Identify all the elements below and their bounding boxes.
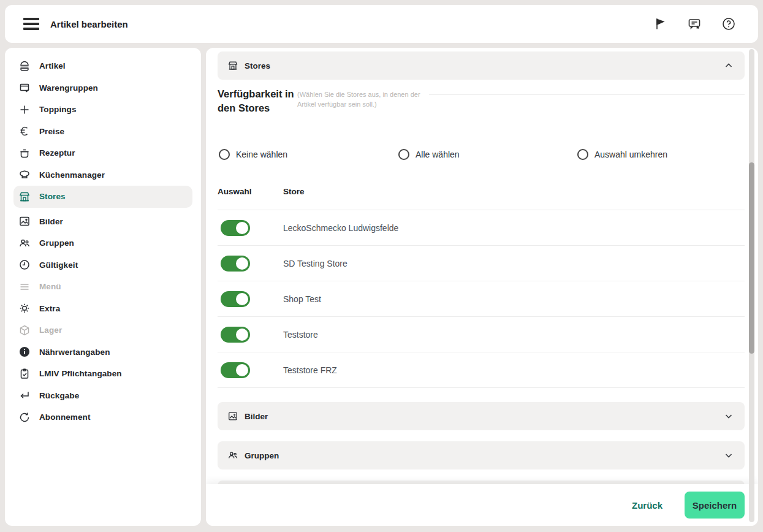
sidebar-item-preise[interactable]: Preise: [13, 121, 192, 143]
toggle-knob: [236, 293, 248, 305]
page-title: Artikel bearbeiten: [50, 19, 128, 29]
people-icon: [18, 237, 31, 249]
availability-hint: (Wählen Sie die Stores aus, in denen der…: [297, 89, 433, 109]
store-toggle[interactable]: [221, 327, 250, 343]
sidebar-item-lmiv-pflichtangaben[interactable]: LMIV Pflichtangaben: [13, 363, 192, 385]
image-icon: [18, 215, 31, 227]
section-header-gruppen[interactable]: Gruppen: [218, 441, 745, 469]
chevron-down-icon: [724, 450, 734, 460]
sidebar-item-lager: Lager: [13, 319, 192, 341]
refresh-icon: [18, 411, 31, 424]
storefront-icon: [227, 60, 238, 71]
sidebar-item-nährwertangaben[interactable]: Nährwertangaben: [13, 341, 192, 363]
radio-auswahl-umkehren[interactable]: [577, 149, 588, 160]
table-row: SD Testing Store: [218, 246, 745, 281]
people-icon: [227, 450, 238, 461]
toggle-knob: [236, 222, 248, 234]
save-button[interactable]: Speichern: [685, 492, 745, 519]
form-footer: Zurück Speichern: [206, 484, 758, 526]
table-row: Teststore FRZ: [218, 352, 745, 388]
sidebar-item-artikel[interactable]: Artikel: [13, 55, 192, 77]
topbar-actions: [653, 5, 736, 43]
store-toggle[interactable]: [221, 291, 250, 307]
store-name: Teststore FRZ: [283, 365, 337, 375]
chevron-up-icon: [724, 61, 734, 70]
store-toggle[interactable]: [221, 256, 250, 272]
sidebar: Artikel Warengruppen Toppings Preise Rez…: [5, 48, 201, 526]
radio-alle-waehlen[interactable]: [398, 149, 409, 160]
clock-icon: [18, 259, 31, 271]
gear-icon: [18, 302, 31, 314]
radio-group-alle-waehlen: Alle wählen: [398, 149, 460, 160]
store-toggle[interactable]: [221, 362, 250, 378]
burger-icon: [18, 60, 31, 72]
image-icon: [227, 411, 238, 422]
cube-icon: [18, 324, 31, 336]
sidebar-item-extra[interactable]: Extra: [13, 298, 192, 320]
menu-lines-icon: [18, 281, 31, 293]
flag-icon[interactable]: [653, 17, 667, 31]
sidebar-item-küchenmanager[interactable]: Küchenmanager: [13, 164, 192, 186]
box-check-icon: [18, 82, 31, 94]
table-row: Teststore: [218, 317, 745, 352]
store-name: LeckoSchmecko Ludwigsfelde: [283, 223, 398, 233]
sidebar-item-toppings[interactable]: Toppings: [13, 99, 192, 121]
euro-icon: [18, 125, 31, 137]
store-table: LeckoSchmecko Ludwigsfelde SD Testing St…: [218, 210, 745, 388]
store-name: Shop Test: [283, 294, 321, 304]
sidebar-item-warengruppen[interactable]: Warengruppen: [13, 77, 192, 99]
toggle-knob: [236, 364, 248, 376]
store-name: Teststore: [283, 330, 318, 340]
radio-group-keine-waehlen: Keine wählen: [219, 149, 287, 160]
back-button[interactable]: Zurück: [632, 500, 662, 511]
sidebar-item-bilder[interactable]: Bilder: [13, 211, 192, 233]
table-row: LeckoSchmecko Ludwigsfelde: [218, 210, 745, 246]
table-row: Shop Test: [218, 281, 745, 317]
section-header-stores[interactable]: Stores: [218, 51, 745, 80]
sidebar-item-rückgabe[interactable]: Rückgabe: [13, 385, 192, 407]
info-icon: [18, 346, 31, 358]
scrollbar-thumb[interactable]: [749, 162, 754, 354]
pot-icon: [18, 147, 31, 159]
radio-keine-waehlen[interactable]: [219, 149, 230, 160]
store-toggle[interactable]: [221, 220, 250, 236]
help-icon[interactable]: [721, 17, 736, 31]
column-header-store: Store: [283, 187, 305, 196]
chef-hat-icon: [18, 169, 31, 181]
radio-group-auswahl-umkehren: Auswahl umkehren: [577, 149, 667, 160]
section-header-bilder[interactable]: Bilder: [218, 402, 745, 430]
sidebar-item-menü: Menü: [13, 276, 192, 298]
availability-heading: Verfügbarkeit in den Stores: [218, 87, 303, 115]
sidebar-item-gültigkeit[interactable]: Gültigkeit: [13, 254, 192, 276]
hamburger-menu-icon[interactable]: [23, 18, 39, 30]
scrollbar-track[interactable]: [749, 49, 754, 522]
clipboard-check-icon: [18, 368, 31, 380]
toggle-knob: [236, 329, 248, 341]
feedback-icon[interactable]: [687, 17, 702, 31]
return-arrow-icon: [18, 389, 31, 401]
top-bar: Artikel bearbeiten: [5, 5, 758, 43]
sidebar-item-gruppen[interactable]: Gruppen: [13, 232, 192, 254]
sidebar-item-stores[interactable]: Stores: [13, 186, 192, 208]
chevron-down-icon: [724, 411, 734, 421]
column-header-auswahl: Auswahl: [218, 187, 252, 196]
sidebar-item-abonnement[interactable]: Abonnement: [13, 406, 192, 428]
legend-divider: [429, 94, 745, 95]
plus-icon: [18, 104, 31, 116]
sidebar-nav: Artikel Warengruppen Toppings Preise Rez…: [5, 55, 201, 428]
sidebar-item-rezeptur[interactable]: Rezeptur: [13, 142, 192, 164]
main-panel: Stores Verfügbarkeit in den Stores (Wähl…: [206, 48, 758, 526]
storefront-icon: [18, 191, 31, 203]
toggle-knob: [236, 257, 248, 270]
store-name: SD Testing Store: [283, 259, 347, 268]
